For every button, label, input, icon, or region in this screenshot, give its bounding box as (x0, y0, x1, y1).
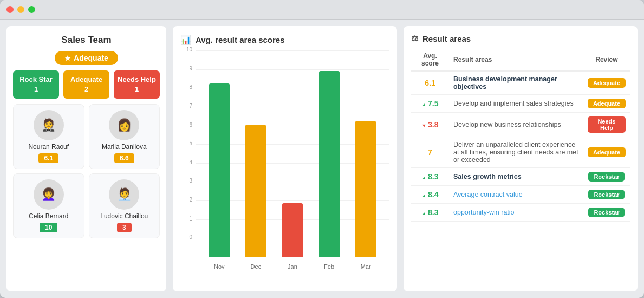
overall-badge: ★ Adequate (55, 51, 118, 65)
x-label-4: Mar (355, 263, 376, 270)
review-badge-6: Rockstar (588, 208, 625, 217)
adequate-stat: Adequate 2 (63, 70, 109, 99)
table-row: 3.8Develop new business relationshipsNee… (411, 113, 630, 137)
table-row: 8.4Average contract valueRockstar (411, 186, 630, 204)
score-value-4: 8.3 (422, 172, 439, 181)
score-cell-0: 6.1 (411, 71, 449, 95)
team-member-2[interactable]: 👩‍🦱 Celia Bernard 10 (13, 173, 84, 238)
area-cell-1: Develop and implement sales strategies (449, 95, 583, 113)
filter-icon: ⚖ (411, 34, 418, 43)
col-avg-score: Avg. score (411, 49, 449, 71)
bar-group-3 (319, 50, 340, 257)
y-label-9: 9 (180, 66, 192, 72)
bar-1 (245, 125, 266, 257)
bar-group-4 (355, 50, 376, 257)
chart-inner: 012345678910 NovDecJanFebMar (180, 50, 389, 270)
minimize-button[interactable] (17, 6, 24, 13)
x-label-3: Feb (319, 263, 340, 270)
result-title: ⚖ Result areas (411, 34, 630, 43)
table-row: 6.1Business development manager objectiv… (411, 71, 630, 95)
review-cell-0: Adequate (583, 71, 630, 95)
star-icon: ★ (64, 54, 71, 62)
review-cell-5: Rockstar (583, 186, 630, 204)
score-value-3: 7 (428, 148, 432, 157)
area-cell-3: Deliver an unparalleled client experienc… (449, 137, 583, 168)
member-name-1: Mariia Danilova (102, 143, 147, 151)
review-cell-2: Needs Help (583, 113, 630, 137)
chart-area: 012345678910 NovDecJanFebMar (180, 50, 389, 283)
bar-0 (209, 83, 230, 257)
area-text-1: Develop and implement sales strategies (453, 100, 574, 107)
area-cell-4: Sales growth metrics (449, 168, 583, 186)
team-grid: 🤵 Nouran Raouf 6.1 👩 Mariia Danilova 6.6… (13, 104, 160, 238)
score-cell-3: 7 (411, 137, 449, 168)
team-member-1[interactable]: 👩 Mariia Danilova 6.6 (89, 104, 160, 169)
review-badge-1: Adequate (588, 99, 626, 108)
chart-panel: 📊 Avg. result area scores 012345678910 N… (173, 26, 397, 291)
y-label-7: 7 (180, 103, 192, 109)
main-window: Sales Team ★ Adequate Rock Star 1 Adequa… (0, 0, 644, 298)
needs-help-stat: Needs Help 1 (114, 70, 160, 99)
col-result-areas: Result areas (449, 49, 583, 71)
panel-title: Sales Team (61, 35, 111, 46)
score-badge-2: 10 (40, 223, 57, 232)
review-badge-2: Needs Help (588, 116, 626, 133)
x-label-0: Nov (209, 263, 230, 270)
y-label-10: 10 (180, 47, 192, 53)
bar-3 (319, 71, 340, 257)
rockstar-stat: Rock Star 1 (13, 70, 59, 99)
avatar-2: 👩‍🦱 (34, 179, 64, 210)
table-row: 8.3Sales growth metricsRockstar (411, 168, 630, 186)
y-label-6: 6 (180, 122, 192, 128)
maximize-button[interactable] (28, 6, 35, 13)
x-label-1: Dec (245, 263, 266, 270)
review-cell-4: Rockstar (583, 168, 630, 186)
y-label-4: 4 (180, 159, 192, 165)
review-cell-6: Rockstar (583, 204, 630, 222)
result-areas-panel: ⚖ Result areas Avg. score Result areas R… (404, 26, 638, 291)
area-text-6[interactable]: opportunity-win ratio (453, 209, 515, 216)
area-text-5[interactable]: Average contract value (453, 191, 523, 198)
table-row: 7Deliver an unparalleled client experien… (411, 137, 630, 168)
team-member-0[interactable]: 🤵 Nouran Raouf 6.1 (13, 104, 84, 169)
score-cell-4: 8.3 (411, 168, 449, 186)
y-label-1: 1 (180, 216, 192, 222)
team-member-3[interactable]: 🧑‍💼 Ludovic Chaillou 3 (89, 173, 160, 238)
y-label-8: 8 (180, 84, 192, 90)
score-value-6: 8.3 (422, 208, 439, 217)
bar-4 (355, 121, 376, 257)
area-text-4: Sales growth metrics (453, 173, 522, 180)
review-badge-4: Rockstar (588, 172, 625, 182)
y-label-5: 5 (180, 140, 192, 146)
close-button[interactable] (6, 6, 14, 13)
score-value-1: 7.5 (422, 99, 439, 108)
table-row: 7.5Develop and implement sales strategie… (411, 95, 630, 113)
titlebar (0, 0, 644, 20)
review-badge-5: Rockstar (588, 190, 625, 199)
area-text-3: Deliver an unparalleled client experienc… (453, 141, 578, 164)
member-name-2: Celia Bernard (29, 212, 68, 220)
sales-team-panel: Sales Team ★ Adequate Rock Star 1 Adequa… (6, 26, 166, 291)
bar-group-2 (282, 50, 303, 257)
table-row: 8.3opportunity-win ratioRockstar (411, 204, 630, 222)
score-cell-1: 7.5 (411, 95, 449, 113)
area-text-0: Business development manager objectives (453, 75, 557, 90)
area-cell-5: Average contract value (449, 186, 583, 204)
result-table: Avg. score Result areas Review 6.1Busine… (411, 49, 630, 222)
score-cell-6: 8.3 (411, 204, 449, 222)
y-label-2: 2 (180, 197, 192, 203)
area-cell-2: Develop new business relationships (449, 113, 583, 137)
review-cell-1: Adequate (583, 95, 630, 113)
area-cell-0: Business development manager objectives (449, 71, 583, 95)
avatar-1: 👩 (109, 110, 139, 140)
avatar-3: 🧑‍💼 (109, 179, 139, 210)
bars-container (196, 50, 389, 257)
stats-row: Rock Star 1 Adequate 2 Needs Help 1 (13, 70, 160, 99)
chart-title: 📊 Avg. result area scores (180, 35, 389, 45)
chart-icon: 📊 (180, 35, 191, 45)
y-label-3: 3 (180, 178, 192, 184)
x-labels: NovDecJanFebMar (196, 263, 389, 270)
score-cell-2: 3.8 (411, 113, 449, 137)
bar-group-0 (209, 50, 230, 257)
table-header-row: Avg. score Result areas Review (411, 49, 630, 71)
